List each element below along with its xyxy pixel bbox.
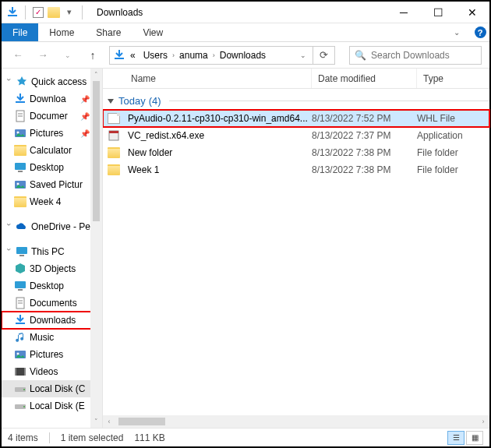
file-row[interactable]: VC_redist.x64.exe8/13/2022 7:37 PMApplic… <box>103 127 489 144</box>
sidebar-item-this-pc[interactable]: This PC <box>2 243 91 260</box>
sidebar-item-quick-6[interactable]: Week 4 <box>2 193 91 210</box>
tab-view[interactable]: View <box>132 23 174 41</box>
chevron-right-icon[interactable]: › <box>213 51 215 59</box>
address-dropdown-icon[interactable]: ⌄ <box>297 51 309 59</box>
column-headers: Name Date modified Type <box>103 69 489 89</box>
sidebar-item-label: Week 4 <box>30 196 61 207</box>
svg-rect-24 <box>24 368 26 376</box>
sidebar-item-label: Videos <box>30 366 58 377</box>
tab-file[interactable]: File <box>2 23 38 41</box>
desktop-icon <box>14 161 26 174</box>
sidebar-item-pc-3[interactable]: Downloads <box>2 312 91 329</box>
tab-share[interactable]: Share <box>85 23 132 41</box>
scroll-up-icon[interactable]: ˄ <box>90 69 102 81</box>
breadcrumb[interactable]: anuma <box>176 50 211 61</box>
svg-rect-13 <box>19 255 24 256</box>
file-name: PyAudio-0.2.11-cp310-cp310-win_amd64... <box>125 113 312 124</box>
scrollbar-thumb[interactable] <box>118 418 165 425</box>
chevron-right-icon[interactable]: › <box>172 51 175 59</box>
file-row[interactable]: New folder8/13/2022 7:38 PMFile folder <box>103 144 489 161</box>
sidebar-item-quick-0[interactable]: Downloa📌 <box>2 90 91 108</box>
file-name: New folder <box>125 147 312 158</box>
breadcrumb[interactable]: Users <box>140 50 171 61</box>
file-row[interactable]: PyAudio-0.2.11-cp310-cp310-win_amd64...8… <box>103 110 489 127</box>
sidebar-item-quick-2[interactable]: Pictures📌 <box>2 125 91 142</box>
file-date: 8/13/2022 7:52 PM <box>312 113 417 124</box>
file-type-icon <box>103 147 125 158</box>
title-bar: ✓ ▾ Downloads ─ ☐ ✕ <box>2 2 489 23</box>
scroll-down-icon[interactable]: ˅ <box>90 415 102 428</box>
sidebar-item-label: Quick access <box>31 76 87 87</box>
view-large-icons-button[interactable]: ▦ <box>466 431 483 445</box>
pic-icon <box>14 127 26 139</box>
window-title: Downloads <box>97 7 143 18</box>
breadcrumb[interactable]: Downloads <box>217 50 269 61</box>
recent-locations-icon[interactable]: ⌄ <box>59 47 76 64</box>
music-icon <box>14 331 26 344</box>
search-icon: 🔍 <box>355 50 366 61</box>
close-button[interactable]: ✕ <box>455 2 489 23</box>
qat-folder-icon[interactable] <box>48 6 60 19</box>
breadcrumb-prefix[interactable]: « <box>127 50 139 61</box>
sidebar-item-onedrive[interactable]: OneDrive - Pe <box>2 218 91 235</box>
horizontal-scrollbar[interactable]: ‹ › <box>103 415 489 428</box>
sidebar-item-label: Downloa <box>30 93 66 104</box>
sidebar-item-label: This PC <box>31 246 65 257</box>
sidebar-item-pc-8[interactable]: Local Disk (E <box>2 397 91 414</box>
column-header-name[interactable]: Name <box>125 69 312 88</box>
sidebar-item-pc-7[interactable]: Local Disk (C <box>2 380 91 397</box>
sidebar-item-quick-access[interactable]: Quick access <box>2 73 91 90</box>
refresh-button[interactable]: ⟳ <box>313 46 335 65</box>
search-input[interactable] <box>371 50 476 61</box>
minimize-button[interactable]: ─ <box>387 2 421 23</box>
sidebar-item-pc-1[interactable]: Desktop <box>2 277 91 295</box>
file-row[interactable]: Week 18/13/2022 7:38 PMFile folder <box>103 161 489 178</box>
sidebar-item-label: Saved Pictur <box>30 179 83 190</box>
qat-separator <box>25 5 26 19</box>
sidebar-item-pc-5[interactable]: Pictures <box>2 346 91 363</box>
pin-icon: 📌 <box>80 95 90 104</box>
file-date: 8/13/2022 7:38 PM <box>312 147 417 158</box>
file-date: 8/13/2022 7:37 PM <box>312 130 417 141</box>
sidebar-item-pc-2[interactable]: Documents <box>2 295 91 312</box>
scroll-right-icon[interactable]: › <box>477 415 489 428</box>
svg-rect-30 <box>109 131 118 133</box>
folder-icon <box>14 196 26 208</box>
download-icon <box>14 93 26 105</box>
sidebar-item-quick-5[interactable]: Saved Pictur <box>2 176 91 193</box>
svg-point-21 <box>17 353 19 355</box>
sidebar-item-pc-0[interactable]: 3D Objects <box>2 260 91 277</box>
column-header-type[interactable]: Type <box>417 69 489 88</box>
qat-separator-2 <box>82 5 83 19</box>
pin-icon: 📌 <box>80 112 90 121</box>
scrollbar-thumb[interactable] <box>93 81 100 221</box>
view-details-button[interactable]: ☰ <box>447 431 465 445</box>
back-button[interactable]: ← <box>9 47 26 64</box>
address-bar[interactable]: « Users › anuma › Downloads ⌄ <box>109 46 313 65</box>
ribbon-expand-icon[interactable]: ⌄ <box>443 23 471 41</box>
column-header-date[interactable]: Date modified <box>312 69 417 88</box>
sidebar-item-pc-6[interactable]: Videos <box>2 363 91 380</box>
3d-icon <box>14 263 26 275</box>
qat-properties-icon[interactable]: ✓ <box>32 6 44 19</box>
scroll-left-icon[interactable]: ‹ <box>103 415 115 428</box>
sidebar-item-quick-4[interactable]: Desktop <box>2 159 91 176</box>
up-button[interactable]: ↑ <box>84 47 101 64</box>
svg-rect-9 <box>18 171 23 172</box>
maximize-button[interactable]: ☐ <box>421 2 455 23</box>
group-header[interactable]: Today (4) <box>103 89 489 110</box>
help-button[interactable]: ? <box>471 23 489 41</box>
sidebar-item-label: Local Disk (E <box>30 400 85 411</box>
forward-button[interactable]: → <box>34 47 51 64</box>
svg-point-26 <box>23 389 25 390</box>
sidebar-scrollbar[interactable]: ˄ ˅ <box>90 69 102 428</box>
qat-overflow-icon[interactable]: ▾ <box>63 6 76 19</box>
sidebar-item-quick-1[interactable]: Documer📌 <box>2 108 91 125</box>
group-label: Today <box>118 95 146 107</box>
search-box[interactable]: 🔍 <box>349 46 482 65</box>
group-rule <box>169 101 489 101</box>
sidebar-item-quick-3[interactable]: Calculator <box>2 142 91 159</box>
tab-home[interactable]: Home <box>38 23 85 41</box>
sidebar-item-pc-4[interactable]: Music <box>2 329 91 346</box>
file-name: VC_redist.x64.exe <box>125 130 312 141</box>
